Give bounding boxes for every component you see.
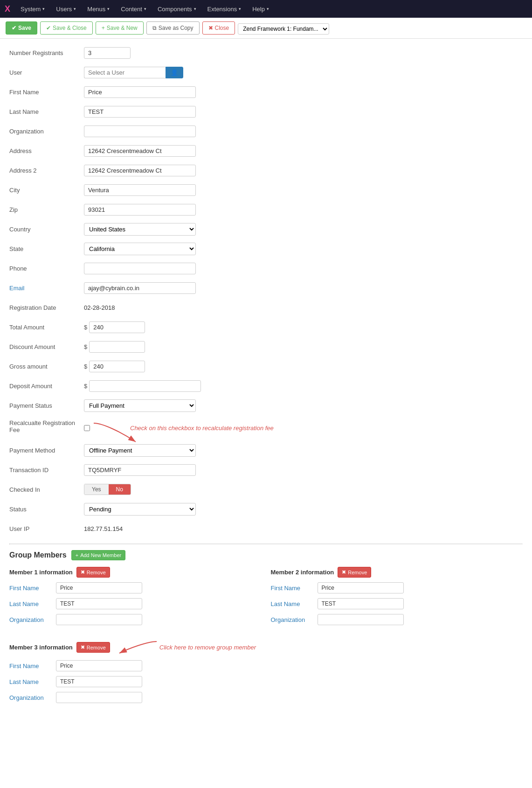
member-2-lastname-input[interactable] xyxy=(318,598,404,609)
payment-status-select[interactable]: Full Payment Partial Payment Pending xyxy=(84,399,196,412)
remove-1-x-icon: ✖ xyxy=(81,569,85,575)
total-amount-input[interactable] xyxy=(89,321,145,333)
nav-content[interactable]: Content ▾ xyxy=(116,0,151,18)
zip-row: Zip xyxy=(9,203,523,216)
member-2-firstname-label: First Name xyxy=(271,585,318,592)
user-select-group: 👤 xyxy=(84,67,183,78)
total-amount-row: Total Amount $ xyxy=(9,321,523,334)
member-3-lastname-label: Last Name xyxy=(9,678,56,685)
save-button[interactable]: ✔ Save xyxy=(6,21,37,35)
save-close-button[interactable]: ✔ Save & Close xyxy=(40,21,93,35)
save-new-button[interactable]: + Save & New xyxy=(96,21,144,35)
close-button[interactable]: ✖ Close xyxy=(202,21,235,35)
member-3-lastname-input[interactable] xyxy=(56,676,142,687)
member-3-remove-button[interactable]: ✖ Remove xyxy=(76,642,110,653)
member-2-title: Member 2 information xyxy=(271,569,334,576)
payment-method-row: Payment Method Offline Payment Online Pa… xyxy=(9,444,523,457)
checked-in-yes-button[interactable]: Yes xyxy=(84,484,109,495)
member-1-firstname-input[interactable] xyxy=(56,582,142,593)
organization-label: Organization xyxy=(9,128,84,135)
country-row: Country United States Canada Mexico Unit… xyxy=(9,223,523,236)
discount-amount-input[interactable] xyxy=(89,341,145,353)
member-1-lastname-input[interactable] xyxy=(56,598,142,609)
member-1-remove-button[interactable]: ✖ Remove xyxy=(76,567,110,578)
first-name-row: First Name xyxy=(9,85,523,98)
recalculate-row: Recalcualte Registration Fee Check on th… xyxy=(9,418,523,437)
user-select-button[interactable]: 👤 xyxy=(166,67,183,78)
city-input[interactable] xyxy=(84,184,196,196)
save-icon: ✔ xyxy=(12,25,16,31)
status-row: Status Pending Approved Cancelled xyxy=(9,502,523,516)
deposit-amount-input[interactable] xyxy=(89,380,201,392)
transaction-id-row: Transaction ID xyxy=(9,463,523,476)
add-new-member-button[interactable]: + Add New Member xyxy=(71,550,125,560)
top-navigation: X System ▾ Users ▾ Menus ▾ Content ▾ Com… xyxy=(0,0,532,18)
state-select[interactable]: California Texas New York Florida xyxy=(84,243,196,255)
member-3-firstname-input[interactable] xyxy=(56,660,142,671)
recalculate-label: Recalcualte Registration Fee xyxy=(9,418,84,433)
member-2-firstname-input[interactable] xyxy=(318,582,404,593)
recalculate-checkbox[interactable] xyxy=(84,425,90,431)
recalculate-arrow-svg xyxy=(94,418,126,437)
member-3-lastname-row: Last Name xyxy=(9,676,523,687)
nav-users[interactable]: Users ▾ xyxy=(51,0,81,18)
status-select[interactable]: Pending Approved Cancelled xyxy=(84,503,196,516)
phone-row: Phone xyxy=(9,262,523,275)
breadcrumb: Zend Framework 1: Fundam... xyxy=(238,23,329,35)
total-currency-symbol: $ xyxy=(84,324,87,331)
group-members-header: Group Members + Add New Member xyxy=(9,550,523,560)
member-1-lastname-row: Last Name xyxy=(9,598,262,609)
first-name-label: First Name xyxy=(9,89,84,96)
user-ip-value: 182.77.51.154 xyxy=(84,523,123,534)
plus-icon: + xyxy=(102,25,105,31)
transaction-id-label: Transaction ID xyxy=(9,467,84,474)
nav-components[interactable]: Components ▾ xyxy=(153,0,201,18)
recalculate-annotation: Check on this checkbox to recalculate re… xyxy=(130,425,274,432)
country-select[interactable]: United States Canada Mexico United Kingd… xyxy=(84,223,196,236)
organization-input[interactable] xyxy=(84,126,196,137)
discount-amount-row: Discount Amount $ xyxy=(9,340,523,353)
nav-menus[interactable]: Menus ▾ xyxy=(83,0,114,18)
state-row: State California Texas New York Florida xyxy=(9,242,523,255)
nav-help[interactable]: Help ▾ xyxy=(248,0,274,18)
first-name-input[interactable] xyxy=(84,86,196,98)
nav-users-arrow: ▾ xyxy=(74,7,76,11)
discount-currency-symbol: $ xyxy=(84,343,87,350)
member-3-org-label: Organization xyxy=(9,694,56,701)
reg-date-label: Registration Date xyxy=(9,304,84,311)
transaction-id-input[interactable] xyxy=(84,464,196,476)
nav-system[interactable]: System ▾ xyxy=(16,0,49,18)
section-divider xyxy=(9,544,523,544)
reg-date-value: 02-28-2018 xyxy=(84,302,115,313)
close-icon: ✖ xyxy=(208,25,213,31)
address2-input[interactable] xyxy=(84,165,196,176)
member-1-header: Member 1 information ✖ Remove xyxy=(9,567,262,578)
member-3-org-input[interactable] xyxy=(56,692,142,703)
zip-input[interactable] xyxy=(84,204,196,216)
member-1-org-input[interactable] xyxy=(56,614,142,625)
address-input[interactable] xyxy=(84,145,196,157)
member-2-org-input[interactable] xyxy=(318,614,404,625)
payment-status-row: Payment Status Full Payment Partial Paym… xyxy=(9,399,523,412)
number-registrants-input[interactable] xyxy=(84,47,131,59)
checked-in-label: Checked In xyxy=(9,486,84,493)
checked-in-no-button[interactable]: No xyxy=(109,484,131,495)
breadcrumb-select[interactable]: Zend Framework 1: Fundam... xyxy=(238,23,329,35)
member3-remove-annotation: Click here to remove group member xyxy=(159,644,256,651)
member-1-block: Member 1 information ✖ Remove First Name… xyxy=(9,567,262,630)
last-name-input[interactable] xyxy=(84,106,196,118)
email-row: Email xyxy=(9,281,523,294)
city-label: City xyxy=(9,187,84,194)
nav-extensions[interactable]: Extensions ▾ xyxy=(203,0,246,18)
payment-method-select[interactable]: Offline Payment Online Payment Credit Ca… xyxy=(84,444,196,457)
member-1-org-label: Organization xyxy=(9,616,56,623)
member-2-remove-button[interactable]: ✖ Remove xyxy=(338,567,371,578)
email-input[interactable] xyxy=(84,282,196,294)
total-amount-label: Total Amount xyxy=(9,324,84,331)
organization-row: Organization xyxy=(9,125,523,138)
gross-amount-input[interactable] xyxy=(89,361,145,372)
user-select-input[interactable] xyxy=(84,67,166,78)
save-copy-button[interactable]: ⧉ Save as Copy xyxy=(146,21,200,35)
state-label: State xyxy=(9,245,84,252)
phone-input[interactable] xyxy=(84,263,196,274)
